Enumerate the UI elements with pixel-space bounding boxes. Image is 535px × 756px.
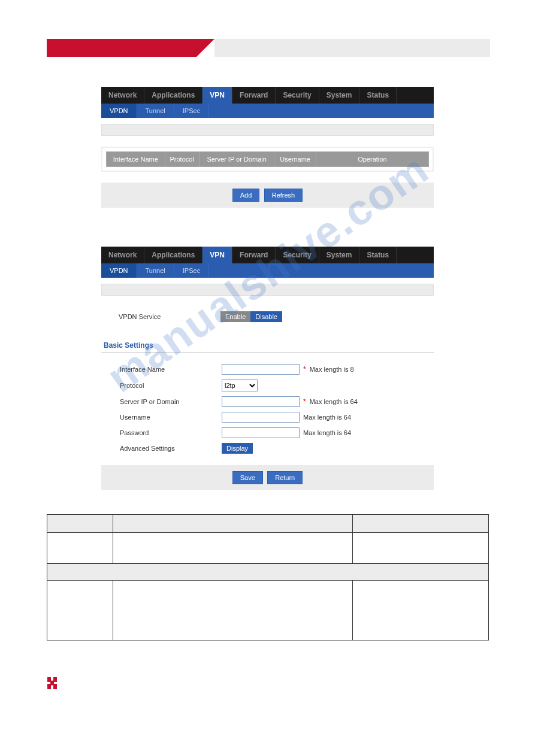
main-tab-bar-2: Network Applications VPN Forward Securit…	[101, 247, 434, 263]
display-button[interactable]: Display	[222, 443, 253, 454]
svg-rect-4	[50, 681, 54, 685]
form-button-row: Save Return	[101, 465, 434, 490]
tab-system-2[interactable]: System	[319, 247, 360, 263]
tab-vpn-2[interactable]: VPN	[202, 247, 232, 263]
tab-vpn[interactable]: VPN	[202, 87, 232, 104]
page-header-bar	[47, 39, 490, 57]
password-label: Password	[120, 429, 222, 436]
subtab-ipsec[interactable]: IPSec	[174, 104, 209, 118]
doc-cell	[47, 581, 113, 640]
header-red-angle	[197, 39, 214, 57]
server-hint: Max length is 64	[310, 398, 358, 405]
toolbar-strip	[101, 124, 434, 136]
subtab-vpdn-2[interactable]: VPDN	[101, 263, 137, 278]
header-red-block	[47, 39, 197, 57]
toolbar-strip-2	[101, 284, 434, 296]
sub-tab-bar: VPDN Tunnel IPSec	[101, 104, 434, 118]
tab-applications-2[interactable]: Applications	[144, 247, 202, 263]
subtab-ipsec-2[interactable]: IPSec	[174, 263, 209, 278]
username-label: Username	[120, 414, 222, 421]
col-server: Server IP or Domain	[199, 152, 274, 167]
screenshot-panel-2: Network Applications VPN Forward Securit…	[101, 247, 434, 490]
vpdn-service-label: VPDN Service	[119, 313, 220, 320]
subtab-tunnel[interactable]: Tunnel	[137, 104, 174, 118]
vpdn-table: Interface Name Protocol Server IP or Dom…	[106, 151, 429, 167]
tab-status[interactable]: Status	[359, 87, 397, 104]
refresh-button[interactable]: Refresh	[264, 189, 303, 202]
tab-forward[interactable]: Forward	[232, 87, 276, 104]
sub-tab-bar-2: VPDN Tunnel IPSec	[101, 263, 434, 278]
col-username: Username	[274, 152, 316, 167]
doc-cell	[113, 533, 352, 564]
return-button[interactable]: Return	[267, 471, 303, 484]
col-protocol: Protocol	[165, 152, 199, 167]
main-tab-bar: Network Applications VPN Forward Securit…	[101, 87, 434, 104]
header-grey-block	[214, 39, 490, 57]
vpdn-service-box: VPDN Service EnableDisable	[101, 302, 434, 332]
parameter-doc-table	[47, 514, 489, 640]
add-button[interactable]: Add	[232, 189, 260, 202]
screenshot-panel-1: Network Applications VPN Forward Securit…	[101, 87, 434, 208]
doc-cell	[352, 533, 488, 564]
server-label: Server IP or Domain	[120, 398, 222, 405]
tab-network-2[interactable]: Network	[101, 247, 144, 263]
doc-col-3	[352, 515, 488, 533]
enable-option[interactable]: Enable	[220, 311, 250, 322]
interface-name-hint: Max length is 8	[310, 366, 354, 373]
tab-security-2[interactable]: Security	[276, 247, 319, 263]
doc-col-2	[113, 515, 352, 533]
server-input[interactable]	[222, 396, 300, 407]
basic-settings-form: Interface Name * Max length is 8 Protoco…	[101, 357, 434, 465]
disable-option[interactable]: Disable	[250, 311, 282, 322]
tab-forward-2[interactable]: Forward	[232, 247, 276, 263]
doc-cell	[113, 581, 352, 640]
advanced-settings-label: Advanced Settings	[120, 445, 222, 452]
required-marker: *	[303, 365, 306, 374]
doc-cell	[47, 533, 113, 564]
username-hint: Max length is 64	[303, 414, 351, 421]
save-button[interactable]: Save	[232, 471, 263, 484]
doc-col-1	[47, 515, 113, 533]
subtab-vpdn[interactable]: VPDN	[101, 104, 137, 118]
tab-applications[interactable]: Applications	[144, 87, 202, 104]
password-input[interactable]	[222, 427, 300, 438]
tab-system[interactable]: System	[319, 87, 360, 104]
tab-status-2[interactable]: Status	[359, 247, 397, 263]
action-button-row: Add Refresh	[101, 183, 434, 208]
vpdn-table-container: Interface Name Protocol Server IP or Dom…	[101, 147, 434, 172]
tab-security[interactable]: Security	[276, 87, 319, 104]
col-operation: Operation	[316, 152, 428, 167]
protocol-label: Protocol	[120, 382, 222, 389]
doc-cell	[352, 581, 488, 640]
tab-network[interactable]: Network	[101, 87, 144, 104]
interface-name-input[interactable]	[222, 364, 300, 375]
vpdn-service-toggle[interactable]: EnableDisable	[220, 313, 282, 320]
interface-name-label: Interface Name	[120, 366, 222, 373]
col-interface-name: Interface Name	[107, 152, 165, 167]
required-marker: *	[303, 397, 306, 406]
basic-settings-title: Basic Settings	[101, 336, 434, 353]
doc-section-row	[47, 564, 488, 581]
subtab-tunnel-2[interactable]: Tunnel	[137, 263, 174, 278]
brand-logo-icon	[47, 676, 58, 690]
password-hint: Max length is 64	[303, 429, 351, 436]
protocol-select[interactable]: l2tp	[222, 379, 258, 391]
username-input[interactable]	[222, 412, 300, 423]
